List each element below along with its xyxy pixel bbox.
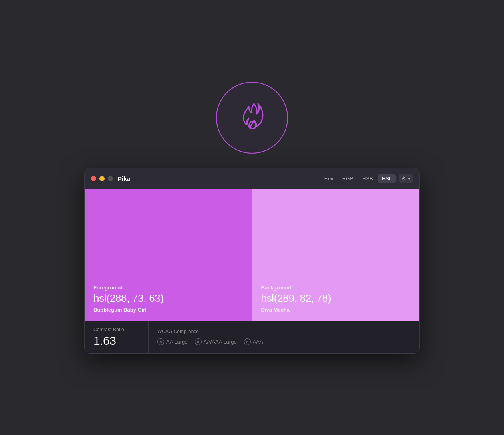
fail-icon-aa-large: [157, 338, 164, 345]
badge-aa-aaa-large-label: AA/AAA Large: [204, 339, 237, 345]
gear-icon: ⚙: [401, 176, 406, 182]
background-value: hsl(289, 82, 78): [261, 292, 411, 304]
foreground-label: Foreground: [93, 285, 243, 291]
tab-hsb[interactable]: HSB: [358, 174, 377, 183]
title-bar: Pika Hex RGB HSB HSL ⚙ ▾: [85, 168, 419, 189]
wcag-section: WCAG Compliance AA Large AA/AAA Large AA…: [149, 321, 272, 353]
contrast-section: Contrast Ratio 1.63: [85, 321, 149, 353]
maximize-button[interactable]: [108, 176, 113, 181]
traffic-lights: [91, 176, 113, 181]
flame-icon: [232, 98, 272, 138]
contrast-value: 1.63: [93, 334, 139, 348]
contrast-label: Contrast Ratio: [93, 327, 139, 332]
format-tabs: Hex RGB HSB HSL: [320, 174, 396, 183]
foreground-color-name: Bubblegum Baby Girl: [93, 307, 243, 313]
tab-hex[interactable]: Hex: [320, 174, 337, 183]
fail-icon-aa-aaa-large: [195, 338, 202, 345]
fail-icon-aaa: [244, 338, 251, 345]
background-panel[interactable]: Background hsl(289, 82, 78) Diva Mecha: [252, 189, 420, 321]
close-button[interactable]: [91, 176, 96, 181]
window-title: Pika: [118, 175, 320, 182]
badge-aa-aaa-large: AA/AAA Large: [195, 338, 237, 345]
background-color-name: Diva Mecha: [261, 307, 411, 313]
app-icon-circle: [216, 82, 288, 154]
foreground-value: hsl(288, 73, 63): [93, 292, 243, 304]
tab-rgb[interactable]: RGB: [338, 174, 357, 183]
bottom-bar: Contrast Ratio 1.63 WCAG Compliance AA L…: [85, 321, 419, 353]
badge-aaa: AAA: [244, 338, 263, 345]
badge-aaa-label: AAA: [253, 339, 263, 345]
wcag-label: WCAG Compliance: [157, 329, 263, 334]
badge-aa-large-label: AA Large: [166, 339, 188, 345]
app-window: Pika Hex RGB HSB HSL ⚙ ▾ Foreground hsl(…: [84, 168, 420, 354]
background-label: Background: [261, 285, 411, 291]
tab-hsl[interactable]: HSL: [378, 174, 396, 183]
foreground-panel[interactable]: Foreground hsl(288, 73, 63) Bubblegum Ba…: [85, 189, 252, 321]
badge-aa-large: AA Large: [157, 338, 188, 345]
color-panels: Foreground hsl(288, 73, 63) Bubblegum Ba…: [85, 189, 419, 321]
chevron-down-icon: ▾: [408, 176, 411, 182]
wcag-badges: AA Large AA/AAA Large AAA: [157, 338, 263, 345]
minimize-button[interactable]: [99, 176, 105, 181]
app-icon-wrapper: [216, 82, 288, 154]
settings-button[interactable]: ⚙ ▾: [399, 174, 413, 183]
